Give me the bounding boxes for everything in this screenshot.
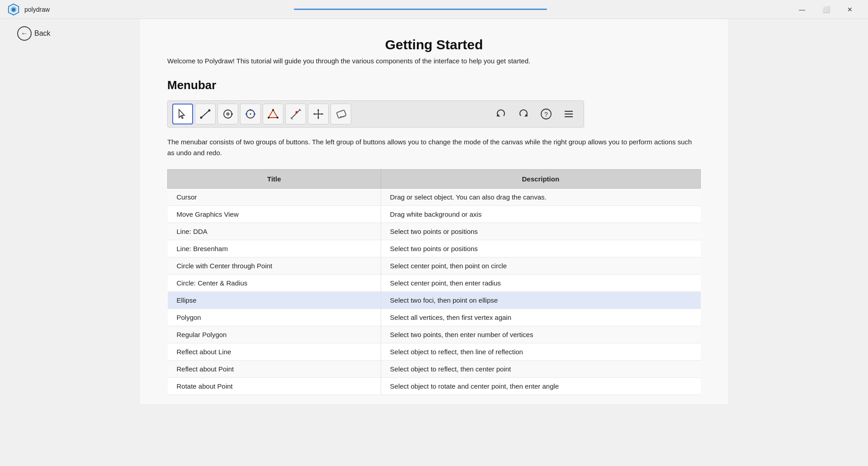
table-row: Move Graphics ViewDrag white background … (168, 206, 701, 223)
table-cell-description: Select two points, then enter number of … (381, 326, 700, 343)
cursor-tool-button[interactable] (172, 104, 193, 124)
table-row: Rotate about PointSelect object to rotat… (168, 378, 701, 395)
svg-marker-3 (179, 109, 184, 119)
table-row: Line: DDASelect two points or positions (168, 223, 701, 240)
table-cell-title: Circle with Center through Point (168, 257, 381, 275)
table-cell-description: Select object to reflect, then center po… (381, 361, 700, 378)
main-content: Getting Started Welcome to Polydraw! Thi… (140, 19, 728, 404)
polygon-icon (267, 108, 279, 120)
menu-button[interactable] (558, 104, 579, 124)
table-cell-title: Line: DDA (168, 223, 381, 240)
table-row: Regular PolygonSelect two points, then e… (168, 326, 701, 343)
table-row: Circle: Center & RadiusSelect center poi… (168, 275, 701, 292)
svg-point-18 (277, 117, 278, 119)
table-row: CursorDrag or select object. You can als… (168, 189, 701, 206)
loading-progress (294, 9, 547, 10)
svg-point-12 (250, 109, 251, 111)
table-header-title: Title (168, 170, 381, 189)
table-cell-title: Cursor (168, 189, 381, 206)
line-dda-icon (199, 108, 212, 120)
svg-point-5 (200, 117, 203, 119)
line-dda-tool-button[interactable] (195, 104, 216, 124)
table-cell-title: Regular Polygon (168, 326, 381, 343)
intro-text: Welcome to Polydraw! This tutorial will … (167, 57, 701, 65)
table-cell-title: Reflect about Point (168, 361, 381, 378)
table-cell-title: Ellipse (168, 292, 381, 309)
close-button[interactable]: ✕ (839, 3, 861, 16)
svg-text:?: ? (544, 111, 548, 118)
app-logo-icon (7, 3, 20, 16)
table-header-description: Description (381, 170, 700, 189)
svg-point-9 (227, 114, 228, 114)
help-button[interactable]: ? (536, 104, 557, 124)
table-cell-description: Select center point, then point on circl… (381, 257, 700, 275)
svg-marker-29 (321, 113, 323, 115)
circle-center-radius-tool-button[interactable] (240, 104, 261, 124)
table-cell-title: Line: Bresenham (168, 240, 381, 257)
table-row: Circle with Center through PointSelect c… (168, 257, 701, 275)
hamburger-menu-icon (562, 108, 575, 120)
title-bar: polydraw — ⬜ ✕ (0, 0, 868, 19)
svg-marker-27 (317, 117, 319, 119)
eraser-icon (335, 108, 347, 120)
table-cell-description: Select two foci, then point on ellipse (381, 292, 700, 309)
svg-marker-26 (317, 109, 319, 111)
table-cell-description: Drag white background or axis (381, 206, 700, 223)
move-graphics-tool-button[interactable] (308, 104, 329, 124)
move-graphics-icon (312, 108, 325, 120)
svg-marker-16 (269, 110, 278, 118)
table-cell-description: Select two points or positions (381, 240, 700, 257)
back-arrow-icon: ← (17, 26, 32, 41)
eraser-tool-button[interactable] (330, 104, 351, 124)
polygon-tool-button[interactable] (263, 104, 283, 124)
table-cell-title: Move Graphics View (168, 206, 381, 223)
svg-point-13 (254, 113, 255, 115)
menubar-info-table: Title Description CursorDrag or select o… (167, 169, 701, 395)
svg-point-10 (231, 113, 233, 115)
redo-icon (517, 108, 530, 120)
table-row: Reflect about PointSelect object to refl… (168, 361, 701, 378)
table-cell-title: Reflect about Line (168, 343, 381, 361)
table-row: PolygonSelect all vertices, then first v… (168, 309, 701, 326)
table-cell-description: Select object to rotate and center point… (381, 378, 700, 395)
table-cell-description: Select center point, then enter radius (381, 275, 700, 292)
cursor-icon (176, 108, 189, 120)
minimize-button[interactable]: — (791, 3, 813, 16)
circle-center-radius-icon (244, 108, 257, 120)
table-cell-description: Select object to reflect, then line of r… (381, 343, 700, 361)
menubar-section-title: Menubar (167, 78, 701, 92)
table-cell-title: Polygon (168, 309, 381, 326)
back-button[interactable]: ← Back (14, 24, 54, 43)
ellipse-tool-button[interactable] (285, 104, 306, 124)
table-cell-description: Select two points or positions (381, 223, 700, 240)
circle-center-point-icon (222, 108, 234, 120)
circle-center-point-tool-button[interactable] (217, 104, 238, 124)
title-bar-left: polydraw (7, 3, 50, 16)
page-title: Getting Started (167, 37, 701, 52)
table-row: EllipseSelect two foci, then point on el… (168, 292, 701, 309)
undo-icon (495, 108, 507, 120)
svg-point-19 (268, 117, 269, 119)
table-cell-description: Select all vertices, then first vertex a… (381, 309, 700, 326)
svg-point-23 (296, 111, 298, 114)
ellipse-icon (289, 108, 302, 120)
maximize-button[interactable]: ⬜ (814, 3, 838, 16)
table-cell-title: Rotate about Point (168, 378, 381, 395)
svg-point-14 (245, 113, 247, 115)
svg-line-20 (291, 109, 300, 119)
table-row: Line: BresenhamSelect two points or posi… (168, 240, 701, 257)
svg-marker-33 (524, 114, 528, 117)
table-row: Reflect about LineSelect object to refle… (168, 343, 701, 361)
svg-marker-28 (313, 113, 315, 115)
redo-button[interactable] (513, 104, 534, 124)
table-cell-title: Circle: Center & Radius (168, 275, 381, 292)
svg-line-4 (201, 110, 209, 118)
title-bar-controls: — ⬜ ✕ (791, 3, 861, 16)
svg-point-6 (208, 109, 211, 112)
toolbar: ? (167, 100, 584, 128)
app-title: polydraw (24, 6, 50, 13)
menubar-description: The menubar consists of two groups of bu… (167, 137, 701, 158)
svg-marker-32 (496, 114, 500, 117)
undo-button[interactable] (491, 104, 511, 124)
table-header-row: Title Description (168, 170, 701, 189)
